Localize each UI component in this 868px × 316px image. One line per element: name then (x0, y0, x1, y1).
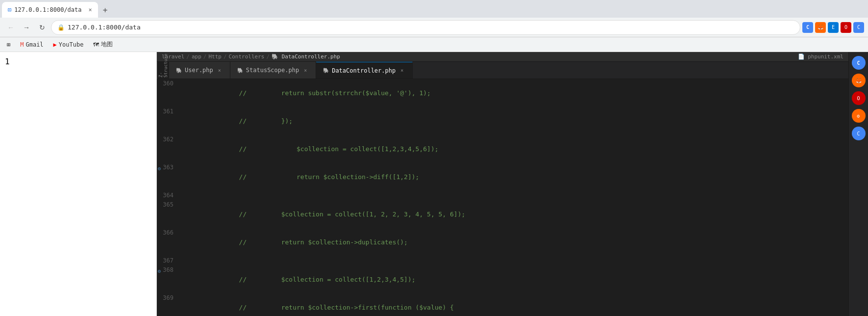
ide-tabs: Z-Structure 🐘 User.php × 🐘 StatusScope.p… (157, 62, 848, 79)
nav-bar: ← → ↻ 🔒 127.0.0.1:8000/data C 🦊 E O C (0, 18, 868, 37)
php-icon-3: 🐘 (323, 68, 329, 73)
line-number-366: 366 (157, 228, 181, 256)
browser-tab[interactable]: ⊡ 127.0.0.1:8000/data × (2, 2, 98, 18)
browser-page: 1 (0, 52, 157, 316)
breadcrumb-sep2: / (203, 53, 207, 60)
right-sidebar-icon-5[interactable]: C (852, 127, 866, 140)
right-sidebar-icon-3[interactable]: O (852, 91, 866, 105)
bookmark-maps[interactable]: 🗺 地图 (90, 39, 116, 50)
main-layout: 1 laravel / app / Http / Controllers / 🐘… (0, 52, 868, 316)
bookmarks-bar: ⊞ M Gmail ▶ YouTube 🗺 地图 (0, 37, 868, 52)
z-structure-sidebar[interactable]: Z-Structure (157, 62, 169, 79)
lock-icon: 🔒 (57, 24, 65, 31)
bookmark-apps[interactable]: ⊞ (4, 40, 13, 49)
line-content-360: // return substr(strrchr($value, '@'), 1… (181, 79, 848, 107)
apps-icon: ⊞ (7, 41, 10, 48)
right-sidebar-icon-1[interactable]: C (852, 56, 866, 70)
line-content-362: // $collection = collect([1,2,3,4,5,6]); (181, 135, 848, 163)
ide-area: laravel / app / Http / Controllers / 🐘 D… (157, 52, 848, 316)
tab-user-label: User.php (185, 67, 213, 74)
bookmark-gmail[interactable]: M Gmail (17, 40, 46, 49)
line-content-363: // return $collection->diff([1,2]); (181, 163, 848, 191)
breadcrumb-file: 🐘 DataController.php (272, 53, 340, 60)
line-number-363: ⊙ 363 (157, 163, 181, 191)
ide-breadcrumb: laravel / app / Http / Controllers / 🐘 D… (157, 52, 848, 62)
table-row: 366 // return $collection->duplicates(); (157, 228, 848, 256)
tab-label: 127.0.0.1:8000/data (14, 6, 81, 13)
line-content-366: // return $collection->duplicates(); (181, 228, 848, 256)
ext-icon-2[interactable]: 🦊 (815, 22, 826, 33)
table-row: ⊙ 363 // return $collection->diff([1,2])… (157, 163, 848, 191)
line-number-361: 361 (157, 107, 181, 135)
line-number-360: 360 (157, 79, 181, 107)
table-row: 360 // return substr(strrchr($value, '@'… (157, 79, 848, 107)
table-row: 364 (157, 191, 848, 200)
line-content-368: // $collection = collect([1,2,3,4,5]); (181, 265, 848, 293)
tab-data-controller[interactable]: 🐘 DataController.php × (316, 62, 413, 79)
line-number-365: 365 (157, 200, 181, 228)
line-number-369: 369 (157, 293, 181, 316)
tab-favicon: ⊡ (8, 6, 11, 13)
address-bar[interactable]: 🔒 127.0.0.1:8000/data (51, 20, 800, 35)
table-row: 369 // return $collection->first(functio… (157, 293, 848, 316)
php-icon-2: 🐘 (237, 68, 243, 73)
ext-icon-1[interactable]: C (802, 22, 813, 33)
table-row: ⊙ 368 // $collection = collect([1,2,3,4,… (157, 265, 848, 293)
tab-status-label: StatusScope.php (246, 67, 299, 74)
table-row: 362 // $collection = collect([1,2,3,4,5,… (157, 135, 848, 163)
table-row: 367 (157, 256, 848, 265)
gmail-label: Gmail (25, 41, 43, 48)
back-button[interactable]: ← (4, 21, 18, 34)
tab-data-close[interactable]: × (398, 67, 405, 74)
line-number-362: 362 (157, 135, 181, 163)
code-editor[interactable]: 360 // return substr(strrchr($value, '@'… (157, 79, 848, 316)
breadcrumb-sep4: / (266, 53, 270, 60)
line-number-368: ⊙ 368 (157, 265, 181, 293)
code-table: 360 // return substr(strrchr($value, '@'… (157, 79, 848, 316)
tab-user-php[interactable]: 🐘 User.php × (169, 62, 230, 79)
right-sidebar-icon-2[interactable]: 🦊 (852, 74, 866, 87)
reload-button[interactable]: ↻ (35, 21, 49, 34)
breadcrumb-sep1: / (186, 53, 190, 60)
breadcrumb-app: app (192, 53, 201, 60)
gmail-icon: M (20, 41, 24, 48)
right-sidebar-icon-4[interactable]: ⚙ (852, 109, 866, 123)
line-content-367 (181, 256, 848, 265)
maps-label: 地图 (101, 40, 113, 49)
tab-status-close[interactable]: × (302, 67, 309, 74)
new-tab-btn[interactable]: + (99, 3, 112, 17)
tab-data-label: DataController.php (332, 67, 396, 74)
ext-icon-5[interactable]: C (853, 22, 864, 33)
line-content-364 (181, 191, 848, 200)
address-text: 127.0.0.1:8000/data (68, 24, 141, 31)
table-row: 365 // $collection = collect([1, 2, 2, 3… (157, 200, 848, 228)
youtube-label: YouTube (59, 41, 84, 48)
phpunit-ref: 📄 phpunit.xml (798, 53, 843, 60)
line-content-369: // return $collection->first(function ($… (181, 293, 848, 316)
youtube-icon: ▶ (53, 41, 57, 48)
ext-icon-4[interactable]: O (841, 22, 851, 33)
line-content-365: // $collection = collect([1, 2, 2, 3, 4,… (181, 200, 848, 228)
bookmark-icon-368: ⊙ (158, 266, 161, 276)
table-row: 361 // }); (157, 107, 848, 135)
line-number-367: 367 (157, 256, 181, 265)
tab-user-close[interactable]: × (216, 67, 223, 74)
bookmark-youtube[interactable]: ▶ YouTube (50, 40, 87, 49)
tab-close[interactable]: × (89, 6, 92, 13)
php-icon-1: 🐘 (176, 68, 182, 73)
line-content-361: // }); (181, 107, 848, 135)
tab-status-scope[interactable]: 🐘 StatusScope.php × (230, 62, 316, 79)
page-content: 1 (5, 57, 10, 66)
bookmark-icon-363: ⊙ (158, 164, 161, 173)
breadcrumb-sep3: / (223, 53, 227, 60)
right-sidebar: C 🦊 O ⚙ C (848, 52, 868, 316)
extension-icons: C 🦊 E O C (802, 22, 864, 33)
browser-chrome: ⊡ 127.0.0.1:8000/data × + ← → ↻ 🔒 127.0.… (0, 0, 868, 52)
ext-icon-3[interactable]: E (828, 22, 839, 33)
forward-button[interactable]: → (20, 21, 33, 34)
tab-bar: ⊡ 127.0.0.1:8000/data × + (0, 0, 868, 18)
line-number-364: 364 (157, 191, 181, 200)
breadcrumb-controllers: Controllers (229, 53, 265, 60)
maps-icon: 🗺 (93, 41, 99, 48)
breadcrumb-http: Http (208, 53, 222, 60)
